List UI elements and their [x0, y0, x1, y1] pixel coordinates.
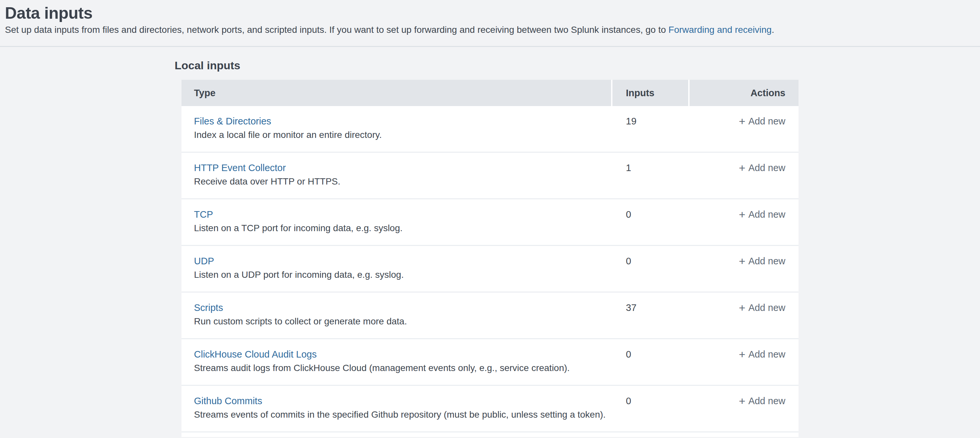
type-cell: Github Commits Streams events of commits…	[181, 386, 612, 432]
inputs-count-cell: 0	[612, 246, 690, 291]
input-type-link[interactable]: Github Commits	[194, 394, 262, 408]
input-type-description: Streams audit logs from ClickHouse Cloud…	[194, 362, 612, 374]
add-new-label: Add new	[748, 256, 785, 266]
plus-icon: +	[739, 348, 745, 361]
input-type-description: Listen on a TCP port for incoming data, …	[194, 221, 612, 235]
add-new-label: Add new	[748, 209, 785, 220]
inputs-count-cell: 37	[612, 293, 690, 338]
table-row: ClickHouse Cloud Audit Logs Streams audi…	[181, 339, 799, 386]
actions-cell: +Add new	[690, 386, 799, 432]
plus-icon: +	[739, 255, 745, 268]
add-new-button[interactable]: +Add new	[739, 349, 785, 360]
type-cell: Scripts Run custom scripts to collect or…	[181, 293, 612, 338]
add-new-label: Add new	[748, 396, 785, 406]
type-cell: Files & Directories Index a local file o…	[181, 106, 612, 152]
page-subtitle-suffix: .	[772, 25, 774, 35]
type-cell: TCP Listen on a TCP port for incoming da…	[181, 199, 612, 245]
add-new-label: Add new	[748, 162, 785, 173]
page-subtitle: Set up data inputs from files and direct…	[5, 24, 980, 35]
section-title-local-inputs: Local inputs	[175, 59, 799, 72]
table-row: Scripts Run custom scripts to collect or…	[181, 293, 799, 339]
page-title: Data inputs	[5, 3, 980, 23]
column-header-actions: Actions	[690, 80, 799, 106]
plus-icon: +	[739, 161, 745, 174]
add-new-button[interactable]: +Add new	[739, 256, 785, 266]
add-new-button[interactable]: +Add new	[739, 116, 785, 126]
actions-cell: +Add new	[690, 153, 799, 198]
input-type-link[interactable]: UDP	[194, 255, 214, 268]
actions-cell: +Add new	[690, 246, 799, 291]
type-cell: UDP Listen on a UDP port for incoming da…	[181, 246, 612, 291]
input-type-description: Run custom scripts to collect or generat…	[194, 315, 612, 328]
table-row: Files & Directories Index a local file o…	[181, 106, 799, 153]
inputs-count-cell: 19	[612, 106, 690, 152]
inputs-count-cell: 1	[612, 153, 690, 198]
add-new-button[interactable]: +Add new	[739, 209, 785, 220]
input-type-link[interactable]: TCP	[194, 208, 213, 221]
plus-icon: +	[739, 208, 745, 221]
input-type-description: Index a local file or monitor an entire …	[194, 128, 612, 142]
content-area: Local inputs Type Inputs Actions Files &…	[181, 59, 799, 437]
column-header-inputs: Inputs	[612, 80, 688, 106]
table-row: UDP Listen on a UDP port for incoming da…	[181, 246, 799, 293]
actions-cell: +Add new	[690, 199, 799, 245]
table-header-row: Type Inputs Actions	[181, 80, 799, 106]
add-new-label: Add new	[748, 303, 785, 313]
column-header-type: Type	[181, 80, 611, 106]
add-new-button[interactable]: +Add new	[739, 162, 785, 173]
input-type-description: Streams events of commits in the specifi…	[194, 408, 612, 421]
type-cell: HTTP Event Collector Receive data over H…	[181, 153, 612, 198]
add-new-button[interactable]: +Add new	[739, 303, 785, 313]
input-type-link[interactable]: Scripts	[194, 301, 223, 314]
local-inputs-table: Type Inputs Actions Files & Directories …	[181, 80, 799, 437]
table-row: Github Commits Streams events of commits…	[181, 386, 799, 432]
input-type-link[interactable]: Files & Directories	[194, 115, 271, 128]
actions-cell: +Add new	[690, 106, 799, 152]
add-new-label: Add new	[748, 349, 785, 360]
plus-icon: +	[739, 115, 745, 128]
plus-icon: +	[739, 394, 745, 408]
add-new-label: Add new	[748, 116, 785, 126]
input-type-link[interactable]: ClickHouse Cloud Audit Logs	[194, 348, 317, 361]
inputs-count-cell: 0	[612, 199, 690, 245]
add-new-button[interactable]: +Add new	[739, 396, 785, 406]
actions-cell: +Add new	[690, 293, 799, 338]
forwarding-and-receiving-link[interactable]: Forwarding and receiving	[668, 25, 772, 35]
table-row: TCP Listen on a TCP port for incoming da…	[181, 199, 799, 246]
input-type-description: Listen on a UDP port for incoming data, …	[194, 268, 612, 281]
page-subtitle-text: Set up data inputs from files and direct…	[5, 25, 668, 35]
page-header: Data inputs Set up data inputs from file…	[0, 0, 980, 47]
actions-cell: +Add new	[690, 339, 799, 385]
input-type-description: Receive data over HTTP or HTTPS.	[194, 175, 612, 188]
table-row-partial	[181, 432, 799, 437]
plus-icon: +	[739, 301, 745, 314]
input-type-link[interactable]: HTTP Event Collector	[194, 161, 286, 174]
type-cell: ClickHouse Cloud Audit Logs Streams audi…	[181, 339, 612, 385]
inputs-count-cell: 0	[612, 339, 690, 385]
inputs-count-cell: 0	[612, 386, 690, 432]
table-row: HTTP Event Collector Receive data over H…	[181, 153, 799, 199]
table-body: Files & Directories Index a local file o…	[181, 106, 799, 432]
